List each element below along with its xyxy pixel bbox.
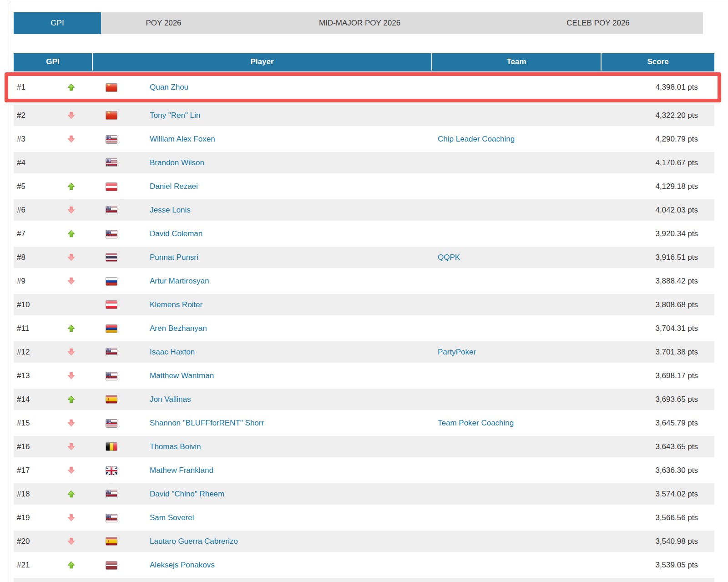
player-link[interactable]: William Alex Foxen xyxy=(150,135,215,144)
movement-down-icon xyxy=(67,348,76,356)
rank-label: #16 xyxy=(17,442,30,451)
score-label: 3,701.38 pts xyxy=(601,348,714,357)
player-link[interactable]: Aren Bezhanyan xyxy=(150,324,207,333)
rank-label: #18 xyxy=(17,490,30,498)
table-row: #6 Jesse Lonis 4,042.03 pts xyxy=(14,198,714,222)
rank-label: #12 xyxy=(17,348,30,356)
player-link[interactable]: Klemens Roiter xyxy=(150,300,202,309)
movement-up-icon xyxy=(67,561,76,569)
table-row: #21 Aleksejs Ponakovs 3,539.05 pts xyxy=(14,553,714,577)
player-link[interactable]: Punnat Punsri xyxy=(150,253,198,262)
player-link[interactable]: David Coleman xyxy=(150,229,202,238)
score-label: 3,566.56 pts xyxy=(601,513,714,522)
tab-poy-2026[interactable]: POY 2026 xyxy=(101,12,226,34)
column-header-team[interactable]: Team xyxy=(431,53,601,71)
table-row: #19 Sam Soverel 3,566.56 pts xyxy=(14,506,714,530)
flag-us-icon xyxy=(106,230,117,238)
score-label: 4,322.20 pts xyxy=(601,111,714,120)
gpi-ranking-table: GPI Player Team Score #1 Quan Zhou 4,398… xyxy=(14,53,714,582)
tab-celeb-poy-2026[interactable]: CELEB POY 2026 xyxy=(493,12,703,34)
player-link[interactable]: Daniel Rezaei xyxy=(150,182,198,191)
movement-down-icon xyxy=(67,419,76,427)
score-label: 3,704.31 pts xyxy=(601,324,714,333)
table-row: #20 Lautaro Guerra Cabrerizo 3,540.98 pt… xyxy=(14,530,714,553)
score-label: 3,920.34 pts xyxy=(601,229,714,238)
table-row: #18 David "Chino" Rheem 3,574.02 pts xyxy=(14,482,714,506)
score-label: 4,170.67 pts xyxy=(601,158,714,167)
movement-up-icon xyxy=(67,182,76,191)
flag-at-icon xyxy=(106,300,117,309)
player-link[interactable]: Isaac Haxton xyxy=(150,348,195,357)
score-label: 3,540.98 pts xyxy=(601,537,714,546)
player-link[interactable]: Mathew Frankland xyxy=(150,466,213,475)
rank-label: #13 xyxy=(17,371,30,380)
rank-label: #1 xyxy=(17,83,25,91)
score-label: 4,129.18 pts xyxy=(601,182,714,191)
column-header-player[interactable]: Player xyxy=(92,53,431,71)
table-row: #4 Brandon Wilson 4,170.67 pts xyxy=(14,151,714,175)
table-row: #5 Daniel Rezaei 4,129.18 pts xyxy=(14,175,714,198)
score-label: 3,693.65 pts xyxy=(601,395,714,404)
rank-label: #10 xyxy=(17,300,30,309)
table-row: #1 Quan Zhou 4,398.01 pts xyxy=(14,76,714,99)
player-link[interactable]: David "Chino" Rheem xyxy=(150,490,224,499)
player-link[interactable]: Quan Zhou xyxy=(150,83,188,92)
score-label: 3,808.68 pts xyxy=(601,300,714,309)
table-row: #13 Matthew Wantman 3,698.17 pts xyxy=(14,364,714,388)
score-label: 3,916.51 pts xyxy=(601,253,714,262)
rank-label: #9 xyxy=(17,277,25,285)
highlighted-row-box: #1 Quan Zhou 4,398.01 pts xyxy=(5,72,721,102)
rank-label: #5 xyxy=(17,182,25,191)
player-link[interactable]: Shannon "BLUFFforRENT" Shorr xyxy=(150,419,264,428)
column-header-gpi[interactable]: GPI xyxy=(14,53,92,71)
flag-us-icon xyxy=(106,348,117,356)
movement-up-icon xyxy=(67,324,76,333)
table-row: #8 Punnat Punsri QQPK 3,916.51 pts xyxy=(14,246,714,269)
table-row: #16 Thomas Boivin 3,643.65 pts xyxy=(14,435,714,459)
score-label: 3,698.17 pts xyxy=(601,371,714,380)
flag-lv-icon xyxy=(106,561,117,570)
player-link[interactable]: Aleksejs Ponakovs xyxy=(150,561,215,570)
movement-down-icon xyxy=(67,372,76,380)
tab-mid-major-poy-2026[interactable]: MID-MAJOR POY 2026 xyxy=(226,12,493,34)
player-link[interactable]: Matthew Wantman xyxy=(150,371,214,380)
movement-down-icon xyxy=(67,466,76,475)
flag-us-icon xyxy=(106,135,117,144)
team-link[interactable]: QQPK xyxy=(438,253,460,262)
rank-label: #2 xyxy=(17,111,25,120)
leaderboard-tabbar: GPI POY 2026 MID-MAJOR POY 2026 CELEB PO… xyxy=(14,12,703,34)
player-link[interactable]: Artur Martirosyan xyxy=(150,277,209,286)
flag-ru-icon xyxy=(106,277,117,286)
table-row: #15 Shannon "BLUFFforRENT" Shorr Team Po… xyxy=(14,411,714,435)
flag-es-icon xyxy=(106,395,117,404)
rank-label: #20 xyxy=(17,537,30,546)
player-link[interactable]: Brandon Wilson xyxy=(150,158,204,167)
movement-up-icon xyxy=(67,83,76,91)
movement-down-icon xyxy=(67,537,76,546)
score-label: 3,574.02 pts xyxy=(601,490,714,499)
player-link[interactable]: Tony "Ren" Lin xyxy=(150,111,200,120)
player-link[interactable]: Jon Vallinas xyxy=(150,395,191,404)
player-link[interactable]: Jesse Lonis xyxy=(150,206,191,215)
rank-label: #15 xyxy=(17,419,30,427)
table-row: #14 Jon Vallinas 3,693.65 pts xyxy=(14,388,714,411)
flag-us-icon xyxy=(106,419,117,428)
player-link[interactable]: Thomas Boivin xyxy=(150,442,201,451)
column-header-score[interactable]: Score xyxy=(601,53,714,71)
player-link[interactable]: Lautaro Guerra Cabrerizo xyxy=(150,537,238,546)
score-label: 4,290.79 pts xyxy=(601,135,714,144)
flag-cn-icon xyxy=(106,83,117,92)
team-link[interactable]: Team Poker Coaching xyxy=(438,419,514,427)
tab-gpi[interactable]: GPI xyxy=(14,12,101,34)
flag-us-icon xyxy=(106,158,117,167)
rank-label: #19 xyxy=(17,513,30,522)
movement-up-icon xyxy=(67,490,76,498)
team-link[interactable]: PartyPoker xyxy=(438,348,476,356)
flag-cn-icon xyxy=(106,111,117,120)
player-link[interactable]: Sam Soverel xyxy=(150,513,194,522)
flag-am-icon xyxy=(106,324,117,333)
team-link[interactable]: Chip Leader Coaching xyxy=(438,135,515,143)
table-body: #1 Quan Zhou 4,398.01 pts #2 Tony "Ren" … xyxy=(14,72,714,577)
table-row: #9 Artur Martirosyan 3,888.42 pts xyxy=(14,269,714,293)
score-label: 4,398.01 pts xyxy=(601,83,714,92)
